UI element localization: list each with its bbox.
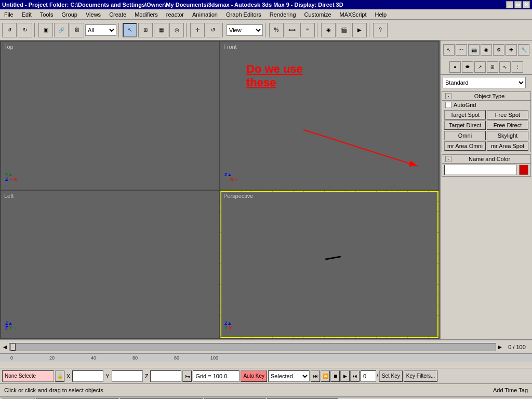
play-back-button[interactable]: ⏪ <box>321 370 330 382</box>
stop-button[interactable]: ⏹ <box>330 370 340 382</box>
timeline-left-arrow[interactable]: ◀ <box>2 344 8 350</box>
key-icon[interactable]: 🗝 <box>182 370 192 382</box>
timeline-thumb[interactable] <box>10 343 16 351</box>
frame-section: 0 / <box>361 370 378 382</box>
align-button[interactable]: ≡ <box>300 23 315 37</box>
mr-area-spot-button[interactable]: mr Area Spot <box>487 141 528 151</box>
rp-toolbar-2: ● ⬬ ↗ ⊞ ∿ ⋮ <box>441 59 532 75</box>
y-input[interactable] <box>112 370 143 382</box>
auto-key-button[interactable]: Auto Key <box>241 370 267 382</box>
select-object-button[interactable]: ▣ <box>38 23 53 37</box>
prev-frame-button[interactable]: ⏮ <box>311 370 320 382</box>
rp-wrench-btn[interactable]: 🔧 <box>518 44 529 56</box>
autogrid-checkbox[interactable] <box>445 102 451 108</box>
unlink-button[interactable]: ⛓ <box>70 23 84 37</box>
color-swatch[interactable] <box>519 165 528 175</box>
free-spot-button[interactable]: Free Spot <box>487 110 528 119</box>
menu-animation[interactable]: Animation <box>190 9 220 19</box>
hint-bar: Click or click-and-drag to select object… <box>0 383 532 396</box>
menu-help[interactable]: Help <box>373 9 389 19</box>
view-dropdown[interactable]: View <box>227 24 263 36</box>
tick-100: 100 <box>210 355 218 361</box>
timeline-right-arrow[interactable]: ▶ <box>497 344 503 350</box>
rp-particles-btn[interactable]: ⋮ <box>512 61 523 73</box>
menu-views[interactable]: Views <box>84 9 103 19</box>
skylight-button[interactable]: Skylight <box>487 131 528 140</box>
viewport-front[interactable]: Front Do we use these Z▲ ← X→ <box>220 42 438 190</box>
z-input[interactable] <box>150 370 181 382</box>
rp-sphere-sm[interactable]: ● <box>449 61 461 73</box>
play-button[interactable]: ▶ <box>340 370 350 382</box>
add-time-tag-btn[interactable]: Add Time Tag <box>493 387 528 393</box>
undo-button[interactable]: ↺ <box>2 23 17 37</box>
timeline-section: ◀ ▶ 0 / 100 0 20 40 60 80 100 <box>0 339 532 368</box>
mr-area-omni-button[interactable]: mr Area Omni <box>444 141 486 151</box>
menu-file[interactable]: File <box>2 9 16 19</box>
menu-rendering[interactable]: Rendering <box>268 9 298 19</box>
next-frame-button[interactable]: ⏭ <box>350 370 360 382</box>
redo-button[interactable]: ↻ <box>18 23 32 37</box>
x-input[interactable] <box>72 370 103 382</box>
key-filters-button[interactable]: Key Filters... <box>404 370 438 382</box>
viewport-top[interactable]: Top Y▲ Z →X <box>1 42 219 190</box>
restore-button[interactable]: ▭ <box>514 1 522 8</box>
material-button[interactable]: ◉ <box>321 23 336 37</box>
select-region-button[interactable]: ⊞ <box>138 23 153 37</box>
minimize-button[interactable]: _ <box>506 1 513 8</box>
menu-reactor[interactable]: reactor <box>164 9 186 19</box>
selected-dropdown[interactable]: Selected <box>268 370 310 382</box>
rp-wave2-btn[interactable]: ∿ <box>499 61 511 73</box>
percent-button[interactable]: % <box>269 23 284 37</box>
selection-filter-dropdown[interactable]: All <box>85 24 116 36</box>
link-button[interactable]: 🔗 <box>54 23 69 37</box>
name-color-row <box>442 164 530 176</box>
rp-grid-btn[interactable]: ⊞ <box>487 61 498 73</box>
menu-graph-editors[interactable]: Graph Editors <box>224 9 263 19</box>
select-crossing-button[interactable]: ◎ <box>169 23 184 37</box>
tick-20: 20 <box>49 355 55 361</box>
target-direct-button[interactable]: Target Direct <box>444 121 486 130</box>
taskbar: 🪟 Start 🌐 HL2 Models rendered wit... 🌐 C… <box>0 396 532 399</box>
object-type-collapse[interactable]: - <box>445 93 451 99</box>
name-color-collapse[interactable]: - <box>445 156 451 162</box>
rp-settings-btn[interactable]: ⚙ <box>493 44 504 56</box>
title-bar: Untitled - Project Folder: C:\Documents … <box>0 0 532 9</box>
object-category-dropdown[interactable]: Standard <box>443 77 526 88</box>
free-direct-button[interactable]: Free Direct <box>487 121 528 130</box>
grid-perspective <box>220 191 438 339</box>
rp-sel-btn[interactable]: ↗ <box>474 61 486 73</box>
rotate-button[interactable]: ↺ <box>206 23 220 37</box>
menu-maxscript[interactable]: MAXScript <box>338 9 369 19</box>
frame-number[interactable]: 0 <box>361 370 376 382</box>
rp-camera-btn[interactable]: 📷 <box>468 44 480 56</box>
rp-toolbar-1: ↖ 〰 📷 ◉ ⚙ ✚ 🔧 <box>441 41 532 59</box>
menu-customize[interactable]: Customize <box>302 9 334 19</box>
viewport-left[interactable]: Left Z▲ Z Y→ <box>1 191 219 339</box>
omni-button[interactable]: Omni <box>444 131 486 140</box>
help-button[interactable]: ? <box>373 23 388 37</box>
rp-sphere-btn[interactable]: ◉ <box>481 44 492 56</box>
rp-cyl-btn[interactable]: ⬬ <box>462 61 473 73</box>
target-spot-button[interactable]: Target Spot <box>444 110 486 119</box>
move-button[interactable]: ✛ <box>190 23 205 37</box>
render-button[interactable]: 🎬 <box>337 23 351 37</box>
name-input-field[interactable] <box>444 165 517 175</box>
menu-group[interactable]: Group <box>59 9 79 19</box>
select-window-button[interactable]: ▦ <box>154 23 168 37</box>
set-key-button[interactable]: Set Key <box>379 370 403 382</box>
viewport-perspective[interactable]: Perspective Z▲ Y X→ <box>220 191 438 339</box>
rp-arrow-btn[interactable]: ↖ <box>443 44 455 56</box>
menu-tools[interactable]: Tools <box>38 9 56 19</box>
close-button[interactable]: ✕ <box>523 1 530 8</box>
mirror-button[interactable]: ⟺ <box>285 23 299 37</box>
menu-edit[interactable]: Edit <box>20 9 34 19</box>
rp-move-btn[interactable]: ✚ <box>506 44 517 56</box>
timeline-track[interactable] <box>9 343 496 351</box>
select-button[interactable]: ↖ <box>123 23 137 37</box>
rp-wave-btn[interactable]: 〰 <box>456 44 467 56</box>
menu-create[interactable]: Create <box>107 9 128 19</box>
autogrid-label: AutoGrid <box>454 102 476 108</box>
quick-render-button[interactable]: ▶ <box>352 23 367 37</box>
menu-modifiers[interactable]: Modifiers <box>132 9 160 19</box>
lock-button[interactable]: 🔒 <box>55 370 64 382</box>
